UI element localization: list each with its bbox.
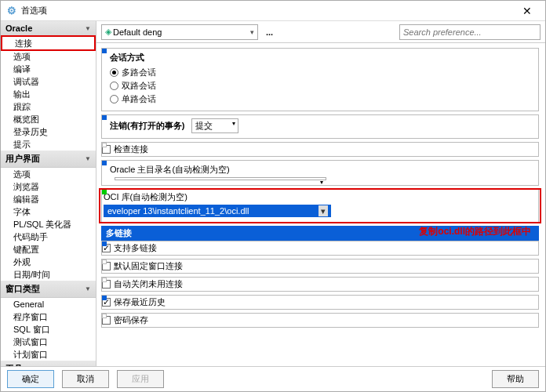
chevron-down-icon: ▼ [85, 285, 91, 292]
tree-item[interactable]: 浏览器 [1, 180, 96, 193]
profile-label: Default deng [113, 27, 162, 37]
tree-item[interactable]: 跟踪 [1, 100, 96, 113]
tree-header[interactable]: Oracle▼ [1, 21, 96, 36]
oci-group: OCI 库(自动检测为空) eveloper 13\instantclient_… [101, 189, 539, 223]
settings-panel: 会话方式 多路会话双路会话单路会话 注销(有打开的事务) 提交 [96, 43, 545, 366]
multi-conn-label: 支持多链接 [114, 242, 157, 254]
tree-item[interactable]: 选项 [1, 50, 96, 63]
tree-item[interactable]: 选项 [1, 168, 96, 180]
check-conn-group: 检查连接 [101, 142, 539, 157]
multi-conn-item: 默认固定窗口连接 [101, 259, 539, 274]
tree-item[interactable]: 提示 [1, 138, 96, 151]
tree-item[interactable]: 日期/时间 [1, 268, 96, 281]
multi-conn-item: ✓保存最近历史 [101, 295, 539, 310]
session-option-label: 单路会话 [122, 93, 156, 105]
tree-item[interactable]: 登录历史 [1, 125, 96, 138]
multi-conn-label: 默认固定窗口连接 [114, 260, 183, 272]
tree-item[interactable]: 外观 [1, 256, 96, 268]
session-option-label: 多路会话 [122, 67, 156, 78]
annotation-text: 复制oci.dll的路径到此框中 [419, 225, 531, 238]
tree-item[interactable]: 代码助手 [1, 230, 96, 243]
multi-conn-label: 自动关闭未用连接 [114, 278, 183, 290]
preferences-icon: ⚙ [7, 5, 16, 16]
tree-item[interactable]: 计划窗口 [1, 348, 96, 361]
toolbar: ◈ Default deng ... [96, 21, 545, 43]
sidebar: Oracle▼连接选项编译调试器输出跟踪概览图登录历史提示用户界面▼选项浏览器编… [1, 21, 96, 366]
multi-conn-item: 自动关闭未用连接 [101, 277, 539, 292]
logout-group: 注销(有打开的事务) 提交 [101, 114, 539, 139]
logout-title: 注销(有打开的事务) [110, 121, 184, 130]
tree-header[interactable]: 用户界面▼ [1, 151, 96, 168]
window-title: 首选项 [21, 5, 515, 16]
multi-conn-label: 密码保存 [114, 314, 148, 326]
session-radio[interactable] [110, 95, 118, 103]
search-input[interactable] [399, 24, 541, 40]
oracle-home-combo[interactable] [115, 177, 326, 180]
tree-item[interactable]: 编译 [1, 63, 96, 75]
footer: 确定 取消 应用 帮助 [1, 366, 545, 391]
tree-item[interactable]: 调试器 [1, 75, 96, 88]
close-icon[interactable]: ✕ [515, 5, 539, 17]
multi-conn-label: 保存最近历史 [114, 296, 166, 308]
tree-item[interactable]: 测试窗口 [1, 336, 96, 348]
tree-item[interactable]: General [1, 298, 96, 310]
tree-item[interactable]: 概览图 [1, 113, 96, 125]
tree-header[interactable]: 窗口类型▼ [1, 281, 96, 298]
ok-button[interactable]: 确定 [7, 370, 54, 388]
session-group: 会话方式 多路会话双路会话单路会话 [101, 48, 539, 111]
chevron-down-icon: ▼ [85, 25, 91, 32]
oci-label: OCI 库(自动检测为空) [104, 191, 537, 203]
tree-item[interactable]: PL/SQL 美化器 [1, 218, 96, 230]
more-button[interactable]: ... [263, 26, 276, 38]
session-radio[interactable] [110, 68, 118, 77]
titlebar: ⚙ 首选项 ✕ [1, 1, 545, 21]
tree-header[interactable]: 工具▼ [1, 361, 96, 366]
session-title: 会话方式 [110, 52, 532, 64]
oci-combo[interactable]: eveloper 13\instantclient_11_2\oci.dll [104, 205, 331, 217]
tree-item[interactable]: 编辑器 [1, 193, 96, 205]
tree-item[interactable]: 输出 [1, 88, 96, 100]
chevron-down-icon: ▼ [85, 155, 91, 162]
tree-item[interactable]: 字体 [1, 205, 96, 218]
check-conn-label: 检查连接 [114, 143, 148, 155]
cancel-button[interactable]: 取消 [62, 370, 109, 388]
multi-conn-item: 密码保存 [101, 313, 539, 328]
tree-item[interactable]: 程序窗口 [1, 310, 96, 323]
profile-icon: ◈ [105, 27, 111, 37]
session-radio[interactable] [110, 82, 118, 90]
apply-button[interactable]: 应用 [117, 370, 164, 388]
oracle-home-label: Oracle 主目录名(自动检测为空) [110, 164, 532, 176]
logout-combo[interactable]: 提交 [191, 118, 238, 133]
session-option-label: 双路会话 [122, 80, 156, 92]
oracle-home-group: Oracle 主目录名(自动检测为空) [101, 160, 539, 186]
help-button[interactable]: 帮助 [492, 370, 539, 388]
multi-conn-item: ✓支持多链接 [101, 241, 539, 256]
tree-item[interactable]: SQL 窗口 [1, 323, 96, 336]
tree-item[interactable]: 连接 [1, 35, 96, 51]
tree-item[interactable]: 键配置 [1, 243, 96, 256]
profile-combo[interactable]: ◈ Default deng [101, 24, 258, 40]
